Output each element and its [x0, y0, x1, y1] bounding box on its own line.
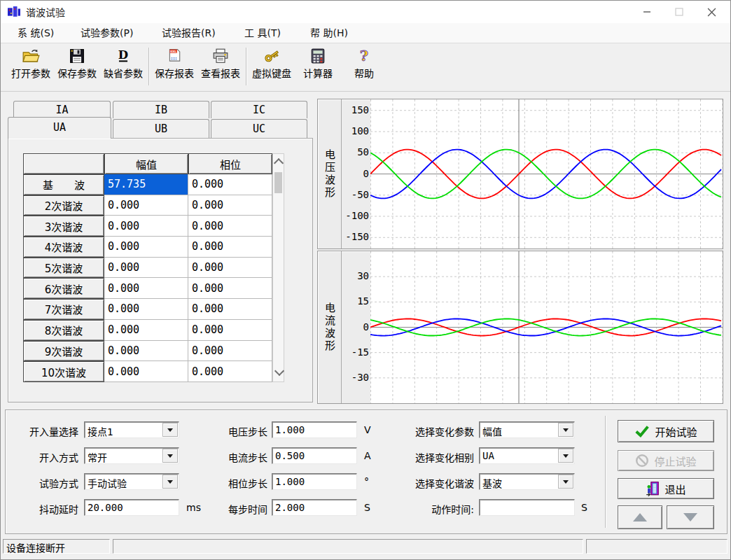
phase-cell[interactable]: 0.000 [188, 258, 272, 279]
tab-ia[interactable]: IA [13, 101, 111, 118]
select-left-1[interactable]: 接点1 [84, 421, 179, 438]
tab-ua[interactable]: UA [8, 117, 111, 139]
step-down-button[interactable] [667, 505, 714, 529]
combo-dropdown-button[interactable] [162, 475, 178, 489]
toolbar-button-6[interactable]: 虚拟键盘 [249, 46, 295, 89]
amplitude-cell[interactable]: 57.735 [104, 174, 188, 195]
table-scrollbar[interactable] [272, 153, 284, 382]
start-test-button[interactable]: 开始试验 [618, 420, 714, 442]
phase-cell[interactable]: 0.000 [188, 299, 272, 320]
y-tick-label: 50 [341, 146, 369, 158]
toolbar-button-8[interactable]: ?帮助 [341, 46, 387, 89]
toolbar-button-3[interactable]: D缺省参数 [100, 46, 146, 89]
scroll-up-icon[interactable] [273, 158, 283, 168]
field-label: 电流步长 [228, 450, 267, 464]
maximize-button[interactable] [663, 1, 695, 23]
field-value: 1.000 [275, 476, 305, 487]
field-value: 接点1 [88, 424, 113, 438]
row-label: 9次谐波 [23, 341, 104, 362]
combo-dropdown-button[interactable] [558, 475, 573, 489]
amplitude-cell[interactable]: 0.000 [104, 195, 188, 216]
menu-bar: 系 统(S)试验参数(P)试验报告(R)工 具(T)帮 助(H) [1, 23, 730, 43]
chart-ylabel: 电流波形 [318, 251, 342, 403]
amplitude-cell[interactable]: 0.000 [104, 216, 188, 237]
phase-cell[interactable]: 0.000 [188, 216, 272, 237]
stop-test-button: 停止试验 [618, 450, 714, 471]
toolbar-button-2[interactable]: 保存参数 [54, 46, 100, 89]
field-label: 开入方式 [39, 450, 78, 464]
tab-uc[interactable]: UC [211, 119, 307, 139]
tab-ic[interactable]: IC [211, 101, 307, 118]
amplitude-cell[interactable]: 0.000 [104, 258, 188, 279]
input-middle-1[interactable]: 1.000 [272, 421, 357, 438]
table-row: 5次谐波0.0000.000 [23, 258, 272, 279]
phase-cell[interactable]: 0.000 [188, 174, 272, 195]
phase-cell[interactable]: 0.000 [188, 361, 272, 382]
chevron-down-icon [563, 480, 569, 484]
menu-item-2[interactable]: 试验参数(P) [76, 23, 137, 43]
tab-ib[interactable]: IB [113, 101, 209, 118]
toolbar-button-7[interactable]: 计算器 [295, 46, 341, 89]
field-label: 开入量选择 [29, 424, 78, 438]
phase-cell[interactable]: 0.000 [188, 320, 272, 341]
close-button[interactable] [695, 1, 727, 23]
tab-ub[interactable]: UB [113, 119, 209, 139]
scrollbar-thumb[interactable] [274, 172, 282, 193]
toolbar-button-5[interactable]: 查看报表 [197, 46, 244, 89]
toolbar-button-label: 缺省参数 [104, 66, 143, 80]
phase-cell[interactable]: 0.000 [188, 341, 272, 362]
button-label: 开始试验 [655, 424, 697, 439]
toolbar: 打开参数保存参数D缺省参数EXL保存报表查看报表虚拟键盘计算器?帮助 [1, 43, 730, 92]
plot-area [370, 251, 723, 403]
y-tick-label: 150 [341, 104, 369, 115]
menu-item-4[interactable]: 工 具(T) [240, 23, 285, 43]
menu-item-5[interactable]: 帮 助(H) [306, 23, 352, 43]
input-middle-2[interactable]: 0.500 [272, 447, 357, 464]
table-row: 8次谐波0.0000.000 [23, 320, 272, 341]
input-right-4[interactable] [479, 499, 575, 516]
amplitude-cell[interactable]: 0.000 [104, 237, 188, 258]
select-right-2[interactable]: UA [479, 447, 575, 464]
select-right-1[interactable]: 幅值 [479, 421, 575, 438]
phase-cell[interactable]: 0.000 [188, 195, 272, 216]
combo-dropdown-button[interactable] [162, 449, 178, 463]
amplitude-cell[interactable]: 0.000 [104, 320, 188, 341]
chevron-down-icon [167, 428, 173, 432]
input-middle-3[interactable]: 1.000 [272, 473, 357, 490]
stop-icon [635, 454, 649, 468]
amplitude-cell[interactable]: 0.000 [104, 278, 188, 299]
chart-ylabel: 电压波形 [318, 99, 342, 248]
input-left-4[interactable]: 20.000 [84, 499, 179, 516]
status-message [113, 539, 583, 554]
table-row: 3次谐波0.0000.000 [23, 216, 272, 237]
minimize-button[interactable] [631, 1, 663, 23]
chart-panel-voltage: 电压波形150100500-50-100-150 [317, 99, 723, 249]
amplitude-cell[interactable]: 0.000 [104, 361, 188, 382]
y-tick-label: 30 [341, 270, 369, 281]
amplitude-cell[interactable]: 0.000 [104, 299, 188, 320]
menu-item-3[interactable]: 试验报告(R) [158, 23, 220, 43]
column-header: 相位 [188, 153, 272, 174]
menu-item-1[interactable]: 系 统(S) [13, 23, 58, 43]
combo-dropdown-button[interactable] [558, 449, 573, 463]
y-tick-label: 15 [341, 295, 369, 307]
field-label: 动作时间: [431, 502, 474, 516]
phase-cell[interactable]: 0.000 [188, 278, 272, 299]
scroll-down-icon[interactable] [274, 366, 284, 376]
input-middle-4[interactable]: 2.000 [272, 499, 357, 516]
select-left-2[interactable]: 常开 [84, 447, 179, 464]
exit-button[interactable]: 退出 [618, 478, 714, 499]
y-tick-label: 100 [341, 125, 369, 136]
phase-cell[interactable]: 0.000 [188, 237, 272, 258]
combo-dropdown-button[interactable] [558, 423, 573, 437]
select-left-3[interactable]: 手动试验 [84, 473, 179, 490]
toolbar-button-1[interactable]: 打开参数 [8, 46, 54, 89]
field-value: 基波 [482, 476, 502, 490]
step-up-button[interactable] [618, 505, 662, 529]
amplitude-cell[interactable]: 0.000 [104, 341, 188, 362]
select-right-3[interactable]: 基波 [479, 473, 575, 490]
combo-dropdown-button[interactable] [162, 423, 178, 437]
toolbar-separator [148, 48, 149, 85]
toolbar-button-4[interactable]: EXL保存报表 [151, 46, 197, 89]
y-tick-label: -30 [341, 372, 369, 383]
